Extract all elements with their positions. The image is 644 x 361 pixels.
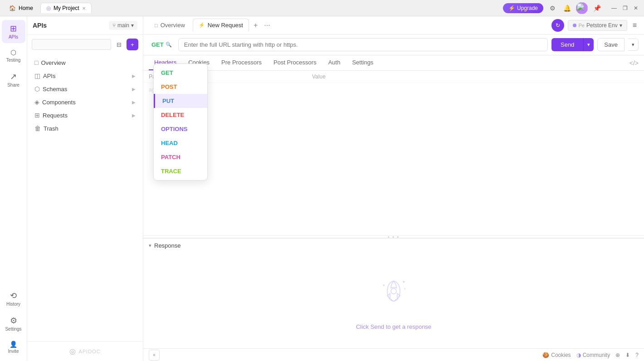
sidebar-item-testing[interactable]: ⬡ Testing xyxy=(2,45,25,66)
pin-icon[interactable]: 📌 xyxy=(591,3,602,14)
settings-tab-label: Settings xyxy=(352,59,373,66)
req-tab-pre-processors[interactable]: Pre Processors xyxy=(216,55,267,70)
home-tab[interactable]: 🏠 Home xyxy=(4,3,39,13)
method-delete-option[interactable]: DELETE xyxy=(154,108,207,122)
testing-icon: ⬡ xyxy=(10,49,16,57)
send-dropdown-button[interactable]: ▾ xyxy=(583,38,594,51)
schemas-icon: ⬡ xyxy=(34,85,40,93)
collapse-sidebar-button[interactable]: « xyxy=(149,350,160,361)
method-head-option[interactable]: HEAD xyxy=(154,136,207,150)
add-button[interactable]: + xyxy=(127,39,138,50)
schemas-label: Schemas xyxy=(43,86,67,93)
chevron-right-icon: ▶ xyxy=(132,73,136,78)
share-icon: ↗ xyxy=(10,72,17,82)
branch-icon: ⑂ xyxy=(112,22,116,29)
avatar[interactable] xyxy=(576,2,588,14)
requests-label: Requests xyxy=(43,112,68,119)
code-view-button[interactable]: </> xyxy=(629,59,639,67)
overview-tab-icon: □ xyxy=(155,23,158,28)
sidebar-search-bar: ⊟ + xyxy=(27,35,143,54)
community-button[interactable]: ◑ Community xyxy=(576,352,610,358)
env-label-prefix: Pe xyxy=(578,23,584,28)
save-button[interactable]: Save xyxy=(597,38,624,51)
new-request-tab-label: New Request xyxy=(208,22,243,29)
auth-tab-label: Auth xyxy=(328,59,341,66)
more-tabs-button[interactable]: ··· xyxy=(262,21,272,29)
add-endpoint-button[interactable]: ⊕ xyxy=(615,352,620,358)
settings-icon[interactable]: ⚙ xyxy=(547,3,558,14)
bottom-bar: « 🍪 Cookies ◑ Community ⊕ ⬇ ? xyxy=(143,348,644,361)
upgrade-button[interactable]: ⚡ Upgrade xyxy=(503,3,543,13)
testing-label: Testing xyxy=(6,58,21,63)
overview-tab-label: Overview xyxy=(161,22,185,29)
requests-icon: ⊞ xyxy=(34,112,40,119)
project-title: APIs xyxy=(33,22,47,29)
help-button[interactable]: ? xyxy=(635,352,639,358)
apis-nav-label: APIs xyxy=(43,73,55,79)
minimize-button[interactable]: — xyxy=(610,4,619,13)
main-content: □ Overview ⚡ New Request + ··· ↻ Pe Pets… xyxy=(143,16,644,361)
apis-icon: ⊞ xyxy=(10,24,17,34)
sidebar-item-settings[interactable]: ⚙ Settings xyxy=(2,312,25,335)
tab-bar-right: ↻ Pe Petstore Env ▾ ≡ xyxy=(551,19,639,32)
response-header[interactable]: ▾ Response xyxy=(143,239,644,253)
new-request-tab-icon: ⚡ xyxy=(199,22,205,28)
settings-nav-icon: ⚙ xyxy=(10,316,17,326)
sidebar-item-apis[interactable]: ⊞ APIs xyxy=(2,20,25,43)
filter-button[interactable]: ⊟ xyxy=(113,39,125,50)
search-input[interactable] xyxy=(32,39,111,50)
save-dropdown-button[interactable]: ▾ xyxy=(628,39,639,51)
requests-chevron-icon: ▶ xyxy=(132,113,136,118)
value-column: Value xyxy=(312,73,639,80)
project-tab[interactable]: ◎ My Project ✕ xyxy=(40,3,92,13)
sync-icon: ↻ xyxy=(556,22,560,29)
env-label: Petstore Env xyxy=(586,22,618,29)
tab-new-request[interactable]: ⚡ New Request xyxy=(193,19,249,32)
tab-overview[interactable]: □ Overview xyxy=(149,19,191,32)
overview-nav-label: Overview xyxy=(41,59,65,66)
method-dropdown-menu: GET POST PUT DELETE OPTIONS HEAD PATCH T… xyxy=(153,63,208,180)
sidebar-item-share[interactable]: ↗ Share xyxy=(2,68,25,91)
method-patch-option[interactable]: PATCH xyxy=(154,150,207,164)
close-button[interactable]: ✕ xyxy=(631,4,640,13)
pre-processors-tab-label: Pre Processors xyxy=(221,59,262,66)
add-tab-button[interactable]: + xyxy=(251,21,260,29)
cookies-button[interactable]: 🍪 Cookies xyxy=(542,352,571,358)
sync-button[interactable]: ↻ xyxy=(551,19,564,32)
close-tab-icon[interactable]: ✕ xyxy=(82,6,86,11)
req-tab-auth[interactable]: Auth xyxy=(323,55,346,70)
svg-point-1 xyxy=(391,288,396,294)
project-header: APIs ⑂ main ▾ xyxy=(27,16,143,35)
svg-text:·: · xyxy=(406,297,407,299)
nav-item-apis[interactable]: ◫ APIs ▶ xyxy=(29,69,141,82)
send-button[interactable]: Send xyxy=(551,38,583,51)
save-history-button[interactable]: ⬇ xyxy=(625,352,630,358)
method-put-option[interactable]: PUT xyxy=(154,94,207,108)
nav-item-schemas[interactable]: ⬡ Schemas ▶ xyxy=(29,83,141,95)
method-dropdown-button[interactable]: GET 🔍 xyxy=(149,39,175,50)
branch-label: main xyxy=(117,22,129,29)
req-tab-post-processors[interactable]: Post Processors xyxy=(268,55,322,70)
apidoc-logo: ◎ APIDOC xyxy=(69,347,100,356)
maximize-button[interactable]: ❐ xyxy=(620,4,629,13)
filter-icon: ⊟ xyxy=(117,41,122,48)
nav-item-overview[interactable]: □ Overview xyxy=(29,56,141,69)
env-selector[interactable]: Pe Petstore Env ▾ xyxy=(568,20,627,31)
branch-selector[interactable]: ⑂ main ▾ xyxy=(109,21,137,30)
url-input[interactable] xyxy=(178,38,548,51)
trash-label: Trash xyxy=(44,125,59,132)
req-tab-settings[interactable]: Settings xyxy=(346,55,379,70)
main-menu-button[interactable]: ≡ xyxy=(631,21,639,29)
sidebar-item-invite[interactable]: 👤 Invite xyxy=(2,337,25,357)
method-trace-option[interactable]: TRACE xyxy=(154,164,207,178)
svg-text:✦: ✦ xyxy=(404,288,406,290)
rocket-illustration: ✦ ✦ ✦ · · xyxy=(371,271,416,316)
nav-item-requests[interactable]: ⊞ Requests ▶ xyxy=(29,109,141,122)
method-post-option[interactable]: POST xyxy=(154,80,207,94)
nav-item-components[interactable]: ◈ Components ▶ xyxy=(29,96,141,108)
method-get-option[interactable]: GET xyxy=(154,66,207,80)
sidebar-item-history[interactable]: ⟲ History xyxy=(2,287,25,310)
nav-item-trash[interactable]: 🗑 Trash xyxy=(29,122,141,135)
notification-icon[interactable]: 🔔 xyxy=(561,3,572,14)
method-options-option[interactable]: OPTIONS xyxy=(154,122,207,136)
